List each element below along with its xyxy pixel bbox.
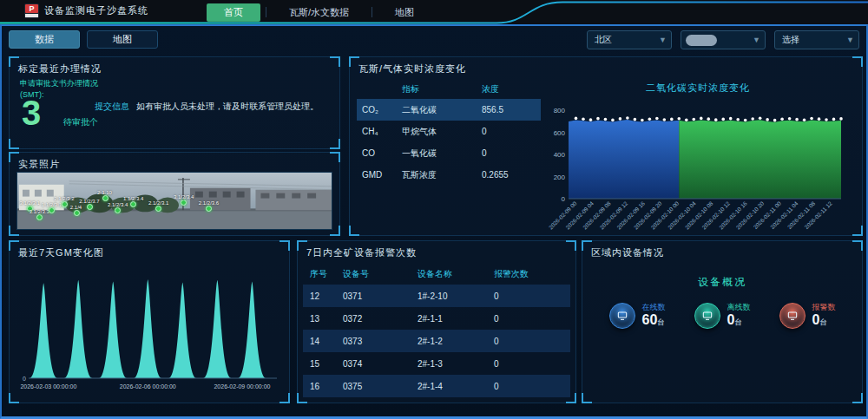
stat-value: 0台 [727, 313, 751, 330]
alarm-header-device-name: 设备名称 [418, 268, 494, 280]
alarm-table: 序号 设备号 设备名称 报警次数 12 0371 1#-2-10 0 13 03… [303, 264, 570, 397]
cell-seq: 12 [310, 291, 343, 301]
photo-marker-label: 2.1/2/3.1 [148, 200, 168, 205]
pending-count: 3 [22, 94, 41, 132]
alarm-rank-panel: 7日内全矿设备报警次数 序号 设备号 设备名称 报警次数 12 0371 1#-… [297, 240, 576, 403]
filter-selects: 北区 ▼ ▼ 选择 ▼ [587, 30, 859, 49]
gas-header-value: 浓度 [482, 83, 542, 95]
gas-realtime-panel: 瓦斯/气体实时浓度变化 指标 浓度 CO₂ 二氧化碳 856.5 CH₄ 甲烷气… [349, 56, 863, 236]
cell-count: 0 [494, 291, 570, 301]
type-select[interactable]: 选择 ▼ [774, 30, 859, 49]
tab-map[interactable]: 地图 [378, 3, 431, 22]
alarm-header-count: 报警次数 [494, 268, 570, 280]
main-nav: 首页 瓦斯/水文数据 地图 [207, 3, 431, 22]
page-frame: 数据 地图 北区 ▼ ▼ 选择 ▼ 标定最近办理情况 申请审批文书办理情况 (S… [0, 24, 868, 419]
live-photo-panel: 实景照片 [9, 152, 340, 236]
chevron-down-icon: ▼ [846, 31, 854, 49]
gas-table-header: 指标 浓度 [357, 80, 541, 99]
gas-row-gmd[interactable]: GMD 瓦斯浓度 0.2655 [357, 164, 541, 186]
tab-home[interactable]: 首页 [207, 3, 260, 22]
submit-info-link[interactable]: 提交信息 [95, 101, 129, 113]
cell-count: 0 [494, 337, 570, 346]
svg-text:2026-02-09 00:00:00: 2026-02-09 00:00:00 [214, 383, 270, 390]
table-row[interactable]: 15 0374 2#-1-3 0 [303, 352, 570, 375]
photo-marker[interactable]: 1.1/2/3.4 [130, 201, 136, 207]
cell-device-id: 0373 [343, 337, 418, 346]
photo-marker[interactable]: 2.1/4 [74, 210, 80, 216]
photo-marker-label: 2.1/2/3.2 [54, 195, 74, 200]
chevron-down-icon: ▼ [753, 31, 760, 49]
photo-marker[interactable]: 3.1/2/3.3 [36, 214, 43, 220]
svg-text:200: 200 [554, 173, 566, 181]
stat-value: 60台 [642, 313, 666, 330]
audit-status-panel: 标定最近办理情况 申请审批文书办理情况 (SMT): 3 待审批个 提交信息 如… [9, 56, 340, 149]
alarm-header-seq: 序号 [310, 268, 343, 280]
cell-device-id: 0375 [343, 382, 418, 391]
photo-marker[interactable]: 2-1.10 [102, 195, 108, 201]
gas-header-name: 指标 [402, 83, 482, 95]
svg-text:2026-02-03 00:00:00: 2026-02-03 00:00:00 [20, 383, 76, 390]
app-logo-icon: P [24, 3, 39, 18]
gas-name: 一氧化碳 [402, 147, 482, 160]
gas-row-ch4[interactable]: CH₄ 甲烷气体 0 [357, 121, 541, 142]
app-logo-area: P 设备监测电子沙盘系统 [24, 3, 148, 18]
audit-panel-title: 标定最近办理情况 [10, 57, 339, 79]
svg-text:2026-02-06 00:00:00: 2026-02-06 00:00:00 [120, 383, 176, 390]
photo-marker[interactable]: 2.1/2/3.6 [206, 206, 212, 212]
photo-marker-label: 1.1/2/3.1 [42, 202, 62, 207]
photo-marker-label: 2-1.10 [97, 190, 112, 195]
photo-marker-label: 1.1/2/3.4 [123, 195, 143, 200]
gas-name: 甲烷气体 [402, 126, 482, 138]
svg-text:600: 600 [554, 129, 566, 137]
gm-spike-chart[interactable]: 02026-02-03 00:00:002026-02-06 00:00:002… [15, 264, 284, 399]
photo-marker[interactable]: 2.1/2/3.1 [155, 206, 161, 212]
pending-count-label: 待审批个 [63, 116, 98, 128]
table-row[interactable]: 14 0373 2#-1-2 0 [303, 330, 570, 352]
cell-device-name: 2#-1-4 [418, 382, 494, 391]
devices-panel-title: 区域内设备情况 [582, 241, 862, 263]
map-view-button[interactable]: 地图 [87, 30, 158, 49]
stat-alarm: 报警数 0台 [779, 302, 836, 330]
tab-separator [372, 7, 372, 17]
table-row[interactable]: 12 0371 1#-2-10 0 [303, 285, 570, 307]
svg-text:2026-02-09 00: 2026-02-09 00 [548, 200, 578, 230]
photo-marker-label: 3.1/2/3.1 [20, 200, 40, 205]
region-select-value: 北区 [595, 35, 612, 44]
cell-device-id: 0374 [343, 359, 418, 369]
audit-note: 如有审批人员未处理，请及时联系管理员处理。 [136, 101, 336, 113]
gas-value: 856.5 [482, 105, 542, 115]
device-alarm-icon [779, 303, 806, 329]
cell-count: 0 [494, 314, 570, 324]
area-devices-panel: 区域内设备情况 设备概况 在线数 60台 离线数 0台 [582, 240, 863, 403]
gas-row-co2[interactable]: CO₂ 二氧化碳 856.5 [357, 99, 541, 121]
gas-row-co[interactable]: CO 一氧化碳 0 [357, 142, 541, 164]
stat-offline: 离线数 0台 [694, 302, 751, 330]
alarm-table-header: 序号 设备号 设备名称 报警次数 [303, 264, 570, 285]
gas-code: GMD [362, 170, 402, 180]
tab-separator [266, 7, 266, 17]
device-select[interactable]: ▼ [681, 30, 766, 49]
cell-count: 0 [494, 382, 570, 391]
photo-marker-label: 3.1/2/3.3 [29, 209, 49, 214]
co2-area-chart[interactable]: 02004006008002026-02-09 002026-02-09 042… [541, 95, 850, 244]
table-row[interactable]: 16 0375 2#-1-4 0 [303, 375, 570, 397]
gas-indicator-table: 指标 浓度 CO₂ 二氧化碳 856.5 CH₄ 甲烷气体 0 CO 一氧化碳 … [357, 80, 541, 230]
scene-photo[interactable]: 3.1/2/3.13.1/2/3.31.1/2/3.12.1/2/3.22.1/… [16, 172, 332, 230]
device-online-icon [609, 303, 635, 329]
cell-device-name: 1#-2-10 [418, 291, 494, 301]
tab-gas-water-data[interactable]: 瓦斯/水文数据 [272, 3, 366, 22]
logo-base [25, 14, 38, 17]
region-select[interactable]: 北区 ▼ [587, 30, 672, 49]
cell-seq: 14 [310, 337, 343, 346]
chevron-down-icon: ▼ [659, 31, 667, 49]
stat-value: 0台 [812, 313, 836, 330]
gas-value: 0 [482, 127, 542, 136]
audit-desc-line1: 申请审批文书办理情况 [20, 78, 98, 89]
svg-text:0: 0 [562, 195, 566, 203]
data-view-button[interactable]: 数据 [9, 30, 80, 49]
gas-name: 瓦斯浓度 [402, 169, 482, 181]
photo-marker[interactable]: 2.1/2/3.2 [62, 201, 68, 207]
svg-text:400: 400 [554, 151, 566, 159]
app-header: P 设备监测电子沙盘系统 首页 瓦斯/水文数据 地图 [0, 0, 868, 24]
table-row[interactable]: 13 0372 2#-1-1 0 [303, 307, 570, 330]
